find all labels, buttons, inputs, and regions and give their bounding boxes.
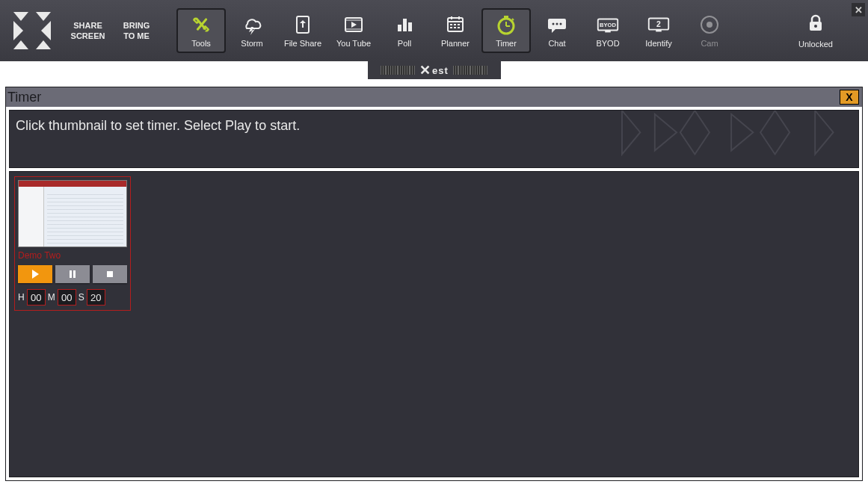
svg-rect-21 [458, 16, 460, 19]
tool-label: Storm [241, 39, 262, 48]
pause-icon [67, 269, 78, 279]
timer-titlebar: Timer X [6, 87, 862, 107]
svg-marker-12 [351, 22, 357, 28]
svg-rect-26 [454, 27, 456, 28]
svg-rect-19 [448, 21, 463, 22]
decorative-pattern-icon [612, 111, 858, 167]
svg-rect-55 [73, 270, 76, 278]
svg-rect-27 [458, 27, 460, 28]
svg-rect-14 [345, 28, 362, 30]
svg-rect-56 [107, 271, 113, 277]
svg-rect-17 [408, 22, 412, 31]
svg-rect-25 [450, 27, 452, 28]
svg-marker-53 [32, 270, 39, 279]
svg-rect-29 [504, 16, 508, 18]
timer-title: Timer [7, 90, 41, 105]
toolbar-close-button[interactable]: ✕ [852, 3, 865, 16]
svg-point-46 [814, 25, 817, 28]
timer-instruction-bar: Click thumbnail to set timer. Select Pla… [9, 110, 859, 168]
stop-icon [105, 269, 115, 279]
play-icon [30, 269, 40, 279]
svg-marker-50 [731, 114, 753, 151]
svg-point-35 [556, 23, 558, 25]
svg-rect-54 [70, 270, 72, 278]
tool-label: Cam [701, 39, 718, 48]
tool-chat[interactable]: Chat [532, 8, 582, 53]
tool-byod[interactable]: BYOD BYOD [583, 8, 632, 53]
svg-marker-49 [680, 111, 710, 154]
tools-icon [188, 13, 214, 36]
close-x-label: X [846, 91, 852, 103]
svg-marker-47 [622, 111, 640, 154]
svg-point-36 [560, 23, 562, 25]
svg-point-34 [552, 23, 555, 25]
brand-text: est [432, 65, 449, 76]
gripper-bar[interactable]: ✕ est [368, 61, 501, 79]
svg-marker-52 [815, 111, 833, 154]
chat-icon [544, 13, 570, 36]
tool-tools[interactable]: Tools [176, 8, 226, 53]
bring-line2: TO ME [123, 31, 150, 41]
tool-cam: Cam [685, 8, 734, 53]
svg-rect-24 [458, 24, 460, 25]
seconds-input[interactable]: 20 [87, 289, 105, 306]
svg-marker-3 [36, 40, 51, 49]
share-screen-line1: SHARE [73, 20, 102, 31]
tool-label: BYOD [596, 39, 619, 48]
pause-button[interactable] [55, 265, 90, 283]
stop-button[interactable] [93, 265, 127, 283]
identify-icon: 2 [646, 13, 671, 36]
svg-rect-39 [605, 31, 611, 33]
tool-timer[interactable]: Timer [481, 8, 531, 53]
tool-storm[interactable]: Storm [227, 8, 277, 53]
main-tool-strip: Tools Storm File Share [176, 0, 735, 61]
close-icon: ✕ [855, 4, 863, 16]
x-logo-icon [13, 12, 51, 49]
svg-rect-22 [450, 24, 452, 25]
app-logo[interactable] [0, 0, 64, 61]
tool-poll[interactable]: Poll [380, 8, 429, 53]
svg-rect-15 [398, 25, 401, 31]
tool-label: File Share [284, 39, 321, 48]
tool-youtube[interactable]: You Tube [329, 8, 378, 53]
lock-icon [805, 13, 826, 37]
cam-icon [697, 13, 722, 36]
svg-rect-16 [403, 19, 407, 31]
lock-toggle[interactable]: Unlocked [786, 8, 846, 53]
svg-text:2: 2 [656, 20, 661, 28]
brand-mark: ✕ est [419, 63, 449, 77]
hours-input[interactable]: 00 [27, 289, 46, 306]
svg-marker-0 [13, 12, 28, 21]
svg-rect-20 [451, 16, 452, 19]
svg-text:BYOD: BYOD [600, 22, 616, 28]
poll-icon [392, 13, 417, 36]
bring-line1: BRING [123, 20, 150, 31]
tool-file-share[interactable]: File Share [278, 8, 327, 53]
timer-icon [493, 13, 519, 36]
tool-planner[interactable]: Planner [431, 8, 480, 53]
play-button[interactable] [18, 265, 52, 283]
tool-label: Chat [548, 39, 565, 48]
gripper-stripes-right [453, 66, 487, 75]
svg-marker-48 [655, 114, 677, 151]
timer-close-button[interactable]: X [840, 90, 859, 105]
seconds-label: S [79, 292, 84, 303]
svg-rect-42 [656, 30, 662, 32]
lock-label: Unlocked [798, 40, 833, 49]
tool-label: Tools [191, 39, 211, 48]
share-screen-button[interactable]: SHARE SCREEN [64, 0, 112, 61]
svg-marker-4 [13, 21, 23, 40]
byod-icon: BYOD [595, 13, 621, 36]
planner-icon [443, 13, 468, 36]
svg-marker-2 [13, 40, 28, 49]
svg-marker-1 [36, 12, 51, 21]
svg-marker-5 [41, 21, 51, 40]
card-thumbnail[interactable] [18, 180, 127, 247]
timer-card: Demo Two [14, 176, 131, 311]
svg-marker-6 [25, 23, 40, 38]
svg-line-33 [512, 19, 514, 20]
bring-to-me-button[interactable]: BRING TO ME [112, 0, 161, 61]
minutes-input[interactable]: 00 [58, 289, 76, 306]
share-screen-line2: SCREEN [71, 31, 105, 41]
tool-identify[interactable]: 2 Identify [634, 8, 683, 53]
